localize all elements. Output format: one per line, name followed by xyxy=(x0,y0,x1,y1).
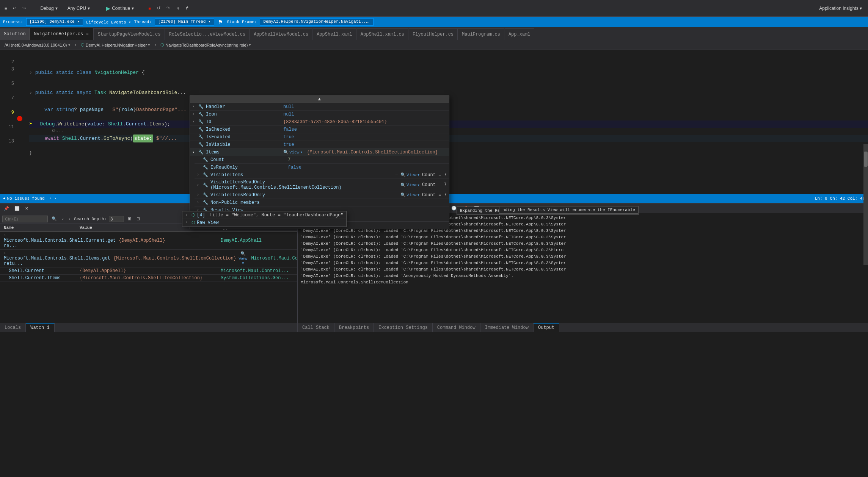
popup-scroll-up[interactable]: ▲ xyxy=(318,97,321,102)
visro1-view[interactable]: 🔍 View ▾ xyxy=(400,183,420,188)
watch-float-btn[interactable]: ⬜ xyxy=(13,205,21,212)
debug-step-out-btn[interactable]: ↱ xyxy=(184,5,190,11)
popup-row-nonpublic[interactable]: › 🔧 Non-Public members xyxy=(195,199,449,206)
toolbar-file-btn[interactable]: ≡ xyxy=(3,5,8,11)
method-label: NavigateToDashboardRoleAsync(string role… xyxy=(165,43,248,47)
isreadonly-value: false xyxy=(288,165,447,170)
expand-visibleitems[interactable]: › xyxy=(197,173,201,177)
framework-dropdown[interactable]: /AI (net8.0-windows10.0.19041.0) ▾ xyxy=(2,42,73,48)
output-line-4: 'DemyAI.exe' (CoreCLR: clrhost): Loaded … xyxy=(301,234,865,241)
breakpoint-gutter xyxy=(17,50,25,194)
expand-item4[interactable]: › xyxy=(185,213,190,217)
chevron-visro2: ▾ xyxy=(417,192,420,197)
thread-selector[interactable]: [21700] Main Thread ▾ xyxy=(155,18,214,26)
popup-row-visibleitemsro2[interactable]: › 🔧 VisibleItemsReadOnly 🔍 View ▾ Count … xyxy=(195,191,449,199)
watch-view-btn-2[interactable]: 🔍 View ▾ xyxy=(238,251,248,266)
status-no-issues: ● No issues found xyxy=(3,196,45,201)
tab-callstack[interactable]: Call Stack xyxy=(298,323,334,332)
stack-frame-selector[interactable]: DemyAI.Helpers.NvigationHelper.Navigati.… xyxy=(260,18,374,26)
tab-maui-program[interactable]: MauiProgram.cs xyxy=(458,28,504,40)
tab-flyout-label: FlyoutHelper.cs xyxy=(413,32,454,37)
popup-row-visibleitemsro1[interactable]: › 🔧 VisibleItemsReadOnly (Microsoft.Maui… xyxy=(195,179,449,191)
visibleitems-view[interactable]: 🔍 View ▾ xyxy=(400,172,420,177)
item4-icon: ⬡ xyxy=(191,213,195,217)
tab-appshell-xaml[interactable]: AppShell.xaml xyxy=(312,28,356,40)
continue-button[interactable]: ▶ Continue ▾ xyxy=(103,4,137,13)
expand-icon[interactable]: › xyxy=(192,112,197,116)
tab-locals[interactable]: Locals xyxy=(0,323,26,332)
tab-app-xaml[interactable]: App.xaml xyxy=(504,28,535,40)
output-scrollthumb[interactable] xyxy=(864,152,868,167)
debug-restart-btn[interactable]: ↺ xyxy=(155,5,162,11)
sub-row-rawview[interactable]: › ⬡ Raw View xyxy=(182,219,346,227)
expand-items[interactable]: ▾ xyxy=(192,150,197,155)
popup-row-isreadonly: › 🔧 IsReadOnly false xyxy=(195,164,449,171)
watch-pin-btn[interactable]: 📌 xyxy=(2,205,11,212)
debug-step-btn[interactable]: ↷ xyxy=(165,5,171,11)
play-icon: ▶ xyxy=(106,5,110,11)
watch-expand-btn[interactable]: ⊞ xyxy=(126,216,133,222)
expand-watch1[interactable]: › xyxy=(4,233,6,238)
watch-close-btn[interactable]: ✕ xyxy=(24,205,30,212)
items-value: {Microsoft.Maui.Controls.ShellSectionCol… xyxy=(304,150,447,155)
app-insights-label: Application Insights xyxy=(819,6,858,11)
popup-header: ▲ xyxy=(190,96,449,103)
debug-mode-select[interactable]: Debug ▾ xyxy=(37,4,61,13)
watch-search-btn[interactable]: 🔍 xyxy=(50,216,58,222)
code-editor[interactable]: 2 3 5 7 9 11 13 › xyxy=(0,50,868,194)
toolbar-redo-btn[interactable]: ↪ xyxy=(21,5,27,11)
method-dropdown[interactable]: ⬡ NavigateToDashboardRoleAsync(string ro… xyxy=(158,42,253,48)
popup-row-items[interactable]: ▾ 🔧 Items 🔍 View ▾ {Microsoft.Maui.Contr… xyxy=(190,149,449,156)
tab-breakpoints[interactable]: Breakpoints xyxy=(334,323,374,332)
tab-nvigation-helper[interactable]: NvigationHelper.cs ✕ xyxy=(30,28,94,40)
method-icon: ⬡ xyxy=(160,42,164,47)
editor-nav-bar: /AI (net8.0-windows10.0.19041.0) ▾ › ⬡ D… xyxy=(0,40,868,50)
watch-refresh-btn[interactable]: ⊡ xyxy=(135,216,141,222)
expand-id[interactable]: › xyxy=(192,120,197,124)
tab-solution[interactable]: Solution xyxy=(0,28,30,40)
toolbar-undo-btn[interactable]: ↩ xyxy=(11,5,18,11)
chevron-method: ▾ xyxy=(249,42,251,47)
debug-step-in-btn[interactable]: ↴ xyxy=(174,5,181,11)
id-name: Id xyxy=(206,119,282,125)
hint-10: Sh... xyxy=(52,128,63,135)
tab-immediate-window[interactable]: Immediate Window xyxy=(480,323,534,332)
expand-nonpublic[interactable]: › xyxy=(197,200,201,205)
output-scrollbar[interactable] xyxy=(863,144,868,265)
lifecycle-btn[interactable]: Lifecycle Events ▾ xyxy=(86,20,131,25)
tab-nvigation-close[interactable]: ✕ xyxy=(85,31,89,36)
nav-arrows[interactable]: ‹ › xyxy=(49,196,57,201)
debug-stop-btn[interactable]: ■ xyxy=(147,5,152,11)
tab-appshell-cs[interactable]: AppShell.xaml.cs xyxy=(356,28,408,40)
cpu-target-select[interactable]: Any CPU ▾ xyxy=(64,4,93,13)
tab-watch1[interactable]: Watch 1 xyxy=(26,323,54,332)
visro2-view[interactable]: 🔍 View ▾ xyxy=(400,192,420,197)
tab-startup-vm[interactable]: StartupPageViewModel.cs xyxy=(94,28,165,40)
expand-watch2[interactable]: › xyxy=(4,251,6,255)
expand-rawview[interactable]: › xyxy=(185,221,190,225)
ns-icon: ⬡ xyxy=(81,42,85,47)
watch-forward-btn[interactable]: › xyxy=(67,216,72,222)
tab-command-window[interactable]: Command Window xyxy=(433,323,480,332)
tab-exception-settings[interactable]: Exception Settings xyxy=(374,323,433,332)
id-value: {8283a3bf-a731-483e-806a-821815555401} xyxy=(283,119,447,125)
remove-vis: — xyxy=(396,172,398,178)
expand-visro2[interactable]: › xyxy=(197,193,201,197)
search-depth-input[interactable] xyxy=(109,216,124,222)
separator1 xyxy=(32,5,32,12)
app-insights-button[interactable]: Application Insights ▾ xyxy=(816,5,865,12)
popup-row-visibleitems[interactable]: › 🔧 VisibleItems — 🔍 View ▾ Count = 7 xyxy=(195,171,449,179)
tab-appshell-vm[interactable]: AppShellViewModel.cs xyxy=(250,28,312,40)
watch-search-input[interactable] xyxy=(2,216,48,222)
sub-row-item4[interactable]: › ⬡ [4] Title = "Welcome", Route = "Teac… xyxy=(182,211,346,219)
tab-output[interactable]: Output xyxy=(534,323,559,332)
tab-role-selection[interactable]: RoleSelectio...eViewModel.cs xyxy=(165,28,250,40)
expand-visro1[interactable]: › xyxy=(197,183,201,187)
watch-back-btn[interactable]: ‹ xyxy=(61,216,65,222)
namespace-dropdown[interactable]: ⬡ DemyAI.Helpers.NvigationHelper ▾ xyxy=(78,42,152,48)
expand-handler[interactable]: › xyxy=(192,105,197,109)
process-selector[interactable]: [11396] DemyAI.exe ▾ xyxy=(26,18,83,26)
items-view-btn[interactable]: 🔍 View ▾ xyxy=(283,150,303,155)
isreadonly-name: IsReadOnly xyxy=(210,165,286,170)
tab-flyout[interactable]: FlyoutHelper.cs xyxy=(408,28,458,40)
